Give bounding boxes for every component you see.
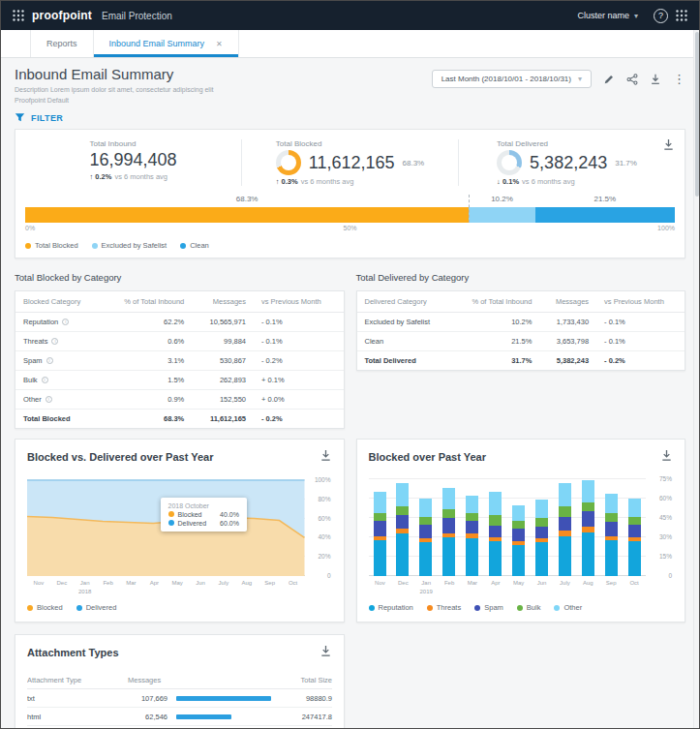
stacked-bar-column[interactable] [374,475,386,576]
metric-percent: 68.3% [403,159,425,167]
cell-vs-previous: + 0.0% [254,390,343,410]
bar-chart-plot[interactable]: 75%60%45%30%15%0 [369,475,647,576]
legend-dot [369,605,375,611]
apps-grid-icon-right[interactable] [676,10,687,21]
scrollbar-thumb[interactable] [695,32,699,197]
bar-chart-download-icon[interactable] [660,448,673,466]
kebab-menu-icon[interactable]: ⋮ [673,74,685,85]
share-icon[interactable] [626,74,638,85]
bar-segment-reputation [396,533,409,576]
cluster-selector[interactable]: Cluster name ▾ [577,11,638,20]
stacked-bar-column[interactable] [628,475,641,576]
metric-value: 16,994,408 [89,150,176,170]
info-icon[interactable]: i [46,396,52,403]
cell-category: Total Blocked [15,410,102,429]
legend-item: Delivered [76,603,117,612]
metric-label: Total Delivered [497,139,548,148]
bar-segment-reputation [605,540,618,576]
attachment-types-card: Attachment Types Attachment Type Message… [15,634,345,729]
stacked-bar-column[interactable] [535,475,548,576]
vertical-scrollbar[interactable] [693,30,699,728]
page-description: Description Lorem ipsum dolor sit amet, … [15,85,213,106]
bar-segment-bulk [582,502,594,511]
column-header: Messages [192,291,254,313]
metric-delta: ↑ 0.2% vs 6 months avg [89,172,167,181]
bar-segment-other [374,492,386,512]
legend-dot [27,605,33,611]
down-arrow-icon: ↓ [497,177,501,186]
bar-segment-spam [489,526,502,537]
x-axis-tick-label: Mar [461,579,484,596]
metric-value: 5,382,243 [530,153,607,173]
bar-segment-spam [419,525,432,539]
delivered-table-title: Total Delivered by Category [356,272,686,283]
y-axis-tick-label: 15% [659,553,672,560]
attachment-row: html62,546247417.8 [27,708,332,726]
bar-segment[interactable] [469,207,534,223]
cell-vs-previous: + 0.1% [254,371,343,390]
stacked-bar-column[interactable] [489,475,502,576]
cell-percent: 3.1% [102,351,192,371]
cell-percent: 10.2% [451,313,539,332]
axis-tick: 100% [657,225,675,231]
attachments-download-icon[interactable] [320,644,332,661]
attachments-title: Attachment Types [27,647,119,658]
cell-vs-previous: - 0.1% [254,332,343,351]
x-axis-tick-label: Apr [484,579,507,596]
x-axis-tick-label: Sep [259,579,282,596]
stacked-bar-column[interactable] [559,475,571,576]
info-icon[interactable]: i [42,377,48,383]
stacked-bar-column[interactable] [466,475,478,576]
close-tab-icon[interactable]: ✕ [216,40,223,48]
date-range-dropdown[interactable]: Last Month (2018/10/01 - 2018/10/31) ▾ [432,70,592,88]
summary-download-icon[interactable] [662,137,675,155]
table-total-row: Total Delivered31.7%5,382,243- 0.2% [357,351,685,371]
tab-reports[interactable]: Reports [30,30,94,57]
metric-percent: 31.7% [615,159,637,167]
info-icon[interactable]: i [51,338,58,345]
tooltip-dot [168,520,174,526]
help-icon[interactable]: ? [654,9,668,23]
bar-segment-spam [396,515,409,528]
filter-button[interactable]: FILTER [15,112,685,123]
stacked-bar-column[interactable] [582,475,594,576]
chart-title: Blocked vs. Delivered over Past Year [27,451,213,463]
stacked-bar-column[interactable] [396,475,409,576]
legend-dot [474,605,480,611]
area-chart-plot[interactable]: 100%80%60%40%20%02018 OctoberBlocked40.0… [27,475,305,576]
area-chart-download-icon[interactable] [320,448,332,466]
stacked-bar-column[interactable] [605,475,618,576]
legend-dot [76,605,82,611]
stacked-bar-column[interactable] [442,475,455,576]
bar-segment-reputation [489,541,502,576]
x-axis-tick-label: Aug [235,579,259,596]
stacked-bar[interactable] [25,207,675,223]
y-axis-tick-label: 60% [659,495,672,501]
info-icon[interactable]: i [62,319,69,325]
legend-item: Other [554,603,582,612]
column-header: vs Previous Month [596,291,685,313]
y-axis-tick-label: 60% [318,515,330,522]
column-header: % of Total Inbound [451,291,539,313]
bar-segment-bulk [419,517,432,525]
cell-messages: 3,653,798 [539,332,596,351]
legend-label: Reputation [379,603,413,612]
bar-segment-reputation [582,532,594,576]
stacked-bar-column[interactable] [419,475,432,576]
column-header: % of Total Inbound [102,291,192,313]
stacked-bar-column[interactable] [512,475,525,576]
apps-grid-icon[interactable] [13,10,24,21]
bar-axis: 0% 50% 100% [25,225,675,234]
legend-label: Clean [190,241,209,250]
bar-segment[interactable] [25,207,469,223]
tab-inbound-email-summary[interactable]: Inbound Email Summary ✕ [94,30,239,57]
bar-segment[interactable] [535,207,675,223]
cell-vs-previous: - 0.1% [254,313,343,332]
download-icon[interactable] [650,74,661,85]
attachment-type: html [27,713,128,721]
info-icon[interactable]: i [46,357,53,364]
y-axis-tick-label: 80% [318,496,330,502]
metric-label: Total Inbound [89,139,136,148]
chevron-down-icon: ▾ [634,12,638,20]
edit-icon[interactable] [603,74,615,85]
